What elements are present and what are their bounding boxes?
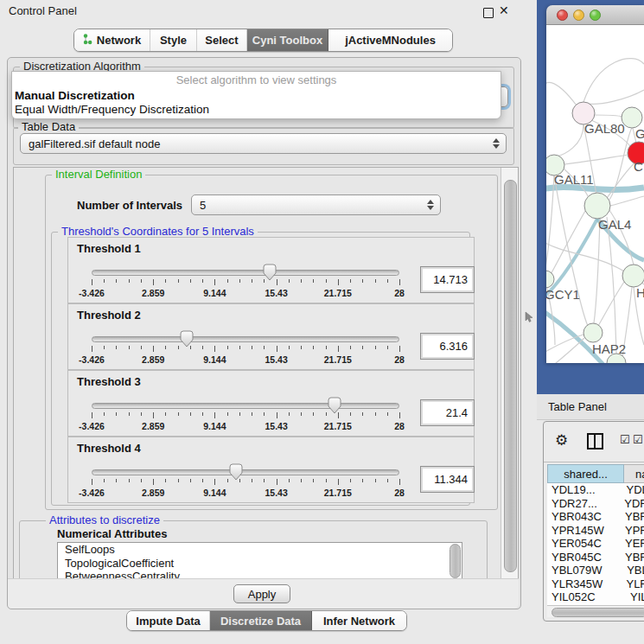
tab-label: Infer Network bbox=[323, 615, 395, 628]
threshold-value-field[interactable]: 21.4 bbox=[420, 399, 475, 426]
number-of-intervals-combobox[interactable]: 5 bbox=[191, 194, 441, 215]
table-hscrollbar-track[interactable] bbox=[547, 605, 644, 617]
dropdown-option[interactable]: Equal Width/Frequency Discretization bbox=[12, 103, 501, 117]
column-header-shared-name[interactable]: shared... bbox=[547, 464, 624, 483]
threshold-value-field[interactable]: 14.713 bbox=[420, 266, 475, 293]
threshold-value-field[interactable]: 6.316 bbox=[420, 333, 475, 360]
tick-mark bbox=[165, 346, 166, 349]
checkbox-icon[interactable]: ☑ bbox=[633, 433, 643, 446]
tick-mark bbox=[375, 346, 376, 349]
tick-label: 2.859 bbox=[142, 354, 164, 365]
minimize-light-icon[interactable] bbox=[573, 10, 584, 21]
float-panel-icon[interactable] bbox=[483, 8, 494, 18]
tick-mark bbox=[92, 346, 92, 352]
close-panel-icon[interactable]: ✕ bbox=[499, 3, 509, 17]
table-header: shared... name bbox=[547, 464, 644, 483]
numerical-attributes-list[interactable]: SelfLoopsTopologicalCoefficientBetweenne… bbox=[57, 542, 462, 580]
table-row[interactable]: YBR045CYBR0 bbox=[547, 551, 644, 564]
tick-mark bbox=[116, 412, 117, 416]
table-row[interactable]: YPR145WYPR1 bbox=[547, 524, 644, 538]
network-node-GAL4[interactable] bbox=[584, 193, 610, 219]
tab-label: Impute Data bbox=[136, 615, 200, 628]
tab-style[interactable]: Style bbox=[150, 29, 197, 51]
threshold-slider-thumb[interactable] bbox=[229, 463, 243, 481]
table-row[interactable]: YER054CYER0 bbox=[547, 537, 644, 551]
thresholds-group-label: Threshold's Coordinates for 5 Intervals bbox=[58, 226, 258, 238]
threshold-slider-track[interactable] bbox=[92, 403, 399, 409]
tick-mark bbox=[264, 412, 265, 416]
zoom-light-icon[interactable] bbox=[590, 10, 601, 21]
network-edge bbox=[583, 59, 644, 102]
tick-mark bbox=[338, 279, 339, 285]
table-row[interactable]: YBR043CYBR0 bbox=[547, 510, 644, 524]
threshold-slider-track[interactable] bbox=[92, 336, 399, 342]
network-canvas[interactable]: GAL80GACGAL11GAL4HGCY1HAP2 bbox=[546, 25, 644, 363]
combo-stepper-icon[interactable] bbox=[493, 138, 500, 149]
tick-label: 28 bbox=[394, 488, 405, 498]
tick-mark bbox=[190, 279, 191, 283]
attribute-list-item[interactable]: SelfLoops bbox=[58, 543, 462, 557]
tab-jactivemnodules[interactable]: jActiveMNodules bbox=[328, 29, 452, 51]
table-hscrollbar-thumb[interactable] bbox=[552, 608, 644, 617]
tick-mark bbox=[202, 346, 203, 349]
attribute-list-scrollbar[interactable] bbox=[450, 544, 461, 578]
network-node-H-node[interactable] bbox=[622, 265, 644, 287]
tab-label: Discretize Data bbox=[220, 615, 301, 628]
attribute-list-item[interactable]: TopologicalCoefficient bbox=[58, 557, 462, 571]
tick-mark bbox=[104, 479, 105, 482]
table-data-combobox[interactable]: galFiltered.sif default node bbox=[20, 133, 507, 154]
settings-scrollbar-track[interactable] bbox=[501, 168, 518, 579]
table-row[interactable]: YDL19...YDL1 bbox=[547, 483, 644, 497]
tick-mark bbox=[202, 279, 203, 283]
apply-button[interactable]: Apply bbox=[233, 584, 290, 603]
tab-impute-data[interactable]: Impute Data bbox=[127, 611, 210, 630]
settings-scrollbar-thumb[interactable] bbox=[504, 180, 517, 572]
columns-icon[interactable] bbox=[587, 433, 603, 450]
tab-cyni-toolbox[interactable]: Cyni Toolbox bbox=[247, 29, 328, 51]
table-row[interactable]: YBL079WYBL0 bbox=[547, 564, 644, 577]
table-row[interactable]: YIL052CYIL0 bbox=[547, 590, 644, 604]
node-label: HAP2 bbox=[592, 341, 626, 356]
tick-mark bbox=[153, 279, 154, 285]
table-row[interactable]: YLR345WYLR3 bbox=[547, 577, 644, 591]
table-row[interactable]: YDR27...YDR2 bbox=[547, 497, 644, 511]
tab-discretize-data[interactable]: Discretize Data bbox=[210, 611, 312, 630]
tick-mark bbox=[387, 412, 388, 416]
tab-infer-network[interactable]: Infer Network bbox=[312, 611, 406, 630]
tick-mark bbox=[116, 279, 117, 283]
column-header-name[interactable]: name bbox=[624, 464, 644, 483]
tick-label: -3.426 bbox=[79, 288, 105, 298]
algorithm-dropdown-popup: Select algorithm to view settings Manual… bbox=[11, 71, 501, 119]
tick-mark bbox=[227, 412, 228, 416]
tick-label: 21.715 bbox=[324, 488, 352, 498]
threshold-slider-thumb[interactable] bbox=[328, 397, 341, 414]
close-light-icon[interactable] bbox=[557, 10, 568, 21]
threshold-label: Threshold 3 bbox=[77, 375, 141, 388]
tick-mark bbox=[178, 412, 179, 416]
threshold-label: Threshold 2 bbox=[77, 309, 141, 322]
tick-mark bbox=[116, 346, 117, 349]
tick-label: 15.43 bbox=[265, 488, 287, 498]
gear-icon[interactable]: ⚙ bbox=[555, 431, 568, 450]
table-data-group-label: Table Data bbox=[18, 121, 79, 133]
dropdown-option[interactable]: Manual Discretization bbox=[12, 89, 501, 103]
tick-mark bbox=[129, 346, 130, 349]
threshold-panel-2: Threshold 2-3.4262.8599.14415.4321.71528… bbox=[67, 303, 475, 370]
tab-select[interactable]: Select bbox=[197, 29, 247, 51]
tick-mark bbox=[92, 279, 92, 285]
checkbox-icon[interactable]: ☑ bbox=[620, 433, 630, 446]
combo-stepper-icon[interactable] bbox=[427, 200, 434, 210]
threshold-slider-track[interactable] bbox=[92, 469, 399, 475]
tick-mark bbox=[289, 279, 290, 283]
threshold-slider-thumb[interactable] bbox=[263, 264, 277, 281]
tick-mark bbox=[326, 479, 327, 482]
threshold-slider-track[interactable] bbox=[92, 270, 399, 276]
network-window-titlebar[interactable] bbox=[546, 5, 644, 25]
tab-network[interactable]: Network bbox=[74, 29, 150, 51]
tick-mark bbox=[289, 346, 290, 349]
network-node-HAP2[interactable] bbox=[583, 323, 603, 342]
threshold-slider-thumb[interactable] bbox=[180, 330, 194, 348]
tick-mark bbox=[264, 346, 265, 349]
tick-label: 9.144 bbox=[203, 488, 226, 498]
threshold-value-field[interactable]: 11.344 bbox=[420, 466, 475, 493]
